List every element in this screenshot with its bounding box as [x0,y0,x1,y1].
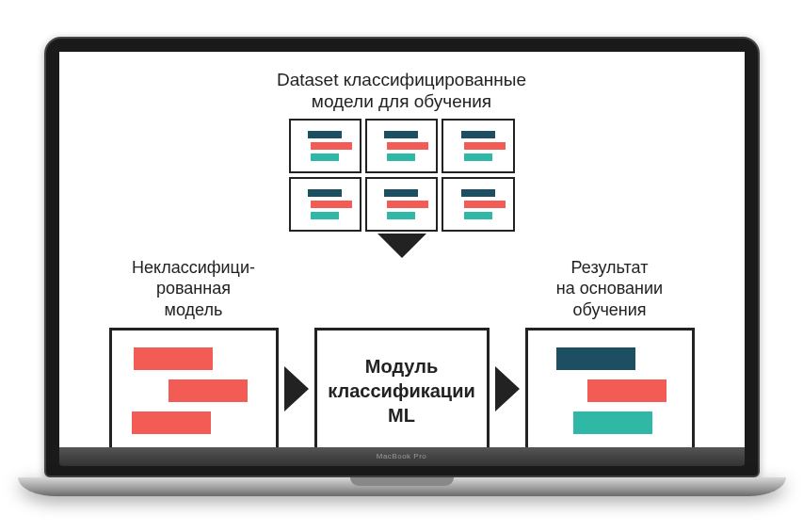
input-label-line2: рованная [156,279,231,298]
input-label-line1: Неклассифици- [132,258,255,277]
bar-coral [311,142,352,150]
output-label-line1: Результат [571,258,649,277]
bar-teal [573,411,652,434]
arrow-right-icon [495,366,520,411]
arrow-right-icon [284,366,309,411]
bar-teal [464,212,492,219]
bar-coral [464,201,506,208]
bar-coral [311,201,352,208]
screen-bezel: Dataset классифицированные модели для об… [44,37,760,477]
bar-coral [132,411,211,434]
ml-module-box: Модуль классификации ML [314,328,490,447]
dataset-sample [365,177,438,232]
main-flow-row: Неклассифици- рованная модель [82,256,722,447]
output-label: Результат на основании обучения [556,256,663,320]
dataset-sample [365,119,438,173]
screen: Dataset классифицированные модели для об… [59,52,745,447]
output-label-line3: обучения [572,300,646,319]
output-model-box [525,328,695,447]
input-label: Неклассифици- рованная модель [132,256,255,320]
laptop-base [18,477,786,496]
bar-navy [384,189,418,197]
dataset-title: Dataset классифицированные модели для об… [82,69,722,114]
dataset-title-line2: модели для обучения [312,91,491,111]
bar-navy [308,189,342,197]
bar-coral [464,142,506,150]
bar-teal [464,153,492,161]
dataset-sample [289,177,361,232]
center-column: xxx Модуль классификации ML [314,256,490,447]
bar-teal [387,153,415,161]
input-label-line3: модель [165,300,223,319]
bar-navy [461,131,495,138]
laptop-notch [350,477,454,486]
arrow-down-icon [377,234,426,258]
dataset-title-line1: Dataset классифицированные [277,70,526,89]
dataset-sample [442,119,514,173]
dataset-sample [289,119,361,173]
bar-teal [387,212,415,219]
dataset-sample [442,177,514,232]
center-label-line1: Модуль [365,356,438,377]
bar-coral [587,379,666,402]
bar-navy [308,131,342,138]
bar-teal [311,153,339,161]
bar-navy [384,131,418,138]
bar-coral [169,379,248,402]
bar-coral [134,347,213,370]
bar-coral [387,142,428,150]
laptop-frame: Dataset классифицированные модели для об… [44,37,760,496]
center-label-line2: классификации [328,380,474,401]
device-label: MacBook Pro [377,452,427,460]
bar-coral [387,201,428,208]
laptop-hinge: MacBook Pro [59,447,745,466]
ml-diagram: Dataset классифицированные модели для об… [59,52,745,447]
bar-navy [461,189,495,197]
center-label-line3: ML [388,405,415,426]
output-label-line2: на основании [556,279,663,298]
input-model-box [109,328,279,447]
dataset-grid [289,119,515,232]
input-column: Неклассифици- рованная модель [109,256,279,447]
bar-teal [311,212,339,219]
output-column: Результат на основании обучения [525,256,695,447]
bar-navy [556,347,635,370]
